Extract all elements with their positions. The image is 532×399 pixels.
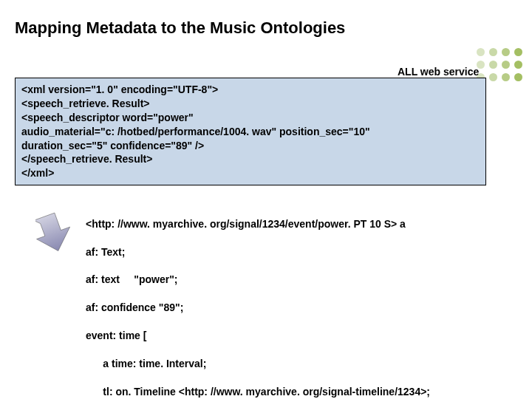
xml-line: <speech_retrieve. Result> (21, 97, 480, 111)
xml-line: </xml> (21, 166, 480, 180)
xml-line: </speech_retrieve. Result> (21, 152, 480, 166)
rdf-line: af: text "power"; (86, 273, 430, 287)
dot-icon (502, 61, 510, 69)
rdf-line: a time: time. Interval; (86, 357, 430, 371)
page-title: Mapping Metadata to the Music Ontologies (15, 18, 345, 38)
xml-line: audio_material="c: /hotbed/performance/1… (21, 125, 480, 139)
dot-icon (514, 61, 522, 69)
xml-line: <xml version="1. 0" encoding="UTF-8"> (21, 83, 480, 97)
xml-line: <speech_descriptor word="power" (21, 111, 480, 125)
rdf-line: af: Text; (86, 245, 430, 259)
dot-icon (489, 61, 497, 69)
rdf-output-block: <http: //www. myarchive. org/signal/1234… (86, 203, 430, 399)
dot-icon (489, 48, 497, 56)
dot-icon (514, 48, 522, 56)
dot-icon (502, 48, 510, 56)
dot-icon (489, 73, 497, 81)
dot-icon (502, 73, 510, 81)
xml-line: duration_sec="5" confidence="89" /> (21, 139, 480, 153)
dot-icon (514, 73, 522, 81)
xml-output-box: <xml version="1. 0" encoding="UTF-8"> <s… (15, 78, 486, 185)
rdf-line: <http: //www. myarchive. org/signal/1234… (86, 217, 430, 231)
rdf-line: tl: on. Timeline <http: //www. myarchive… (86, 385, 430, 399)
rdf-line: af: confidence "89"; (86, 301, 430, 315)
dot-icon (477, 48, 485, 56)
rdf-line: event: time [ (86, 329, 430, 343)
arrow-icon (35, 211, 76, 255)
